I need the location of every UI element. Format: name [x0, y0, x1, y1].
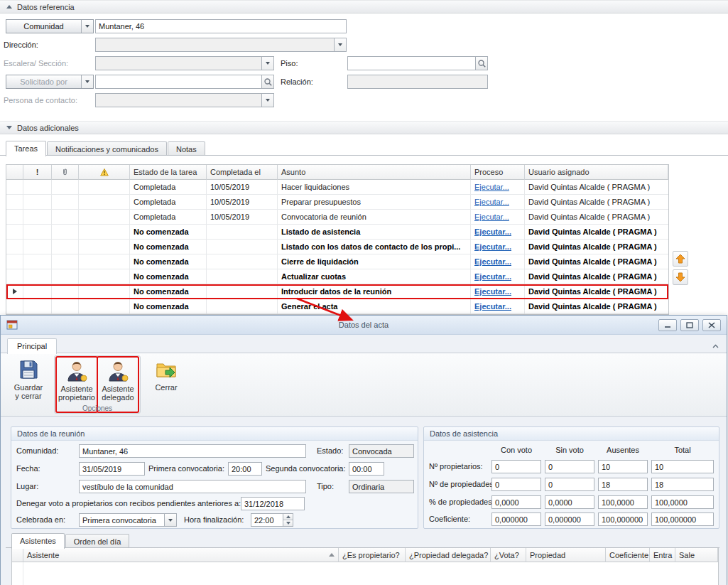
solicitado-por-input[interactable] [95, 75, 274, 89]
entra-column-header[interactable]: Entra [650, 548, 675, 562]
cerrar-button[interactable]: Cerrar [146, 355, 187, 411]
datos-adicionales-panel-header[interactable]: Datos adicionales [0, 121, 728, 134]
task-estado: Completada [130, 210, 207, 225]
chevron-down-icon[interactable] [81, 20, 93, 33]
task-row[interactable]: No comenzada Generar el acta Ejecutar...… [6, 299, 668, 314]
comunidad-selector-button[interactable]: Comunidad [6, 19, 94, 33]
piso-input[interactable] [347, 56, 488, 70]
close-button[interactable] [702, 319, 721, 331]
datos-reunion-groupbox: Datos de la reunión Comunidad: Muntaner,… [11, 426, 418, 529]
paperclip-icon[interactable] [52, 165, 79, 180]
coeficiente-con-voto[interactable]: 0,000000 [491, 512, 541, 526]
sin-voto-header: Sin voto [545, 445, 594, 455]
ejecutar-link[interactable]: Ejecutar... [474, 272, 511, 281]
priority-column-header[interactable]: ! [23, 165, 52, 180]
segunda-convocatoria-input[interactable]: 00:00 [349, 462, 384, 476]
es-propietario-column-header[interactable]: ¿Es propietario? [339, 548, 406, 562]
propiedad-column-header[interactable]: Propiedad [526, 548, 606, 562]
reunion-lugar-input[interactable]: vestíbulo de la comunidad [79, 480, 306, 493]
move-down-button[interactable] [673, 269, 688, 285]
task-row[interactable]: No comenzada Listado con los datos de co… [6, 240, 668, 254]
reunion-tipo-input: Ordinaria [349, 480, 414, 493]
ejecutar-link[interactable]: Ejecutar... [474, 227, 511, 236]
task-row[interactable]: Completada 10/05/2019 Hacer liquidacione… [6, 180, 668, 195]
n-propietarios-sin-voto[interactable]: 0 [545, 460, 594, 473]
n-propietarios-con-voto[interactable]: 0 [491, 460, 541, 473]
datos-referencia-panel-header[interactable]: Datos referencia [0, 0, 728, 14]
task-row[interactable]: No comenzada Cierre de liquidación Ejecu… [6, 254, 668, 269]
primera-convocatoria-input[interactable]: 20:00 [228, 462, 262, 476]
tab-notificaciones[interactable]: Notificaciones y comunicados [47, 141, 167, 156]
pct-propiedades-total[interactable]: 100,0000 [651, 495, 714, 509]
chevron-down-icon [81, 75, 93, 88]
comunidad-input[interactable]: Muntaner, 46 [95, 19, 347, 33]
warning-icon[interactable] [79, 165, 130, 180]
coeficiente-column-header[interactable]: Coeficiente [606, 548, 650, 562]
magnifier-icon[interactable] [475, 57, 487, 70]
ribbon-collapse-chevron-icon[interactable] [712, 342, 719, 350]
pct-propiedades-label: % de propiedades: [429, 495, 494, 509]
tab-asistentes[interactable]: Asistentes [11, 533, 65, 549]
estado-column-header[interactable]: Estado de la tarea [130, 165, 207, 180]
piso-label: Piso: [281, 56, 298, 70]
n-propietarios-label: Nº propietarios: [429, 460, 483, 473]
dialog-titlebar[interactable]: Datos del acta [1, 316, 727, 335]
asistentes-grid-empty-body[interactable] [12, 562, 718, 585]
vota-column-header[interactable]: ¿Vota? [491, 548, 526, 562]
ejecutar-link[interactable]: Ejecutar... [474, 242, 511, 251]
task-row[interactable]: No comenzada Listado de asistencia Ejecu… [6, 225, 668, 240]
sale-column-header[interactable]: Sale [675, 548, 718, 562]
n-propiedades-con-voto[interactable]: 0 [491, 478, 541, 491]
celebrada-en-combo[interactable]: Primera convocatoria [79, 513, 177, 527]
n-propietarios-ausentes[interactable]: 10 [598, 460, 648, 473]
minimize-button[interactable] [658, 319, 677, 331]
task-row[interactable]: No comenzada Actualizar cuotas Ejecutar.… [6, 269, 668, 284]
tab-notas[interactable]: Notas [168, 141, 205, 156]
task-usuario: David Quintas Alcalde ( PRAGMA ) [525, 195, 668, 210]
proceso-column-header[interactable]: Proceso [471, 165, 525, 180]
magnifier-icon[interactable] [261, 75, 273, 88]
reunion-comunidad-input[interactable]: Muntaner, 46 [79, 444, 306, 458]
task-row-selected[interactable]: No comenzada Introducir datos de la reun… [6, 284, 668, 299]
tab-orden-del-dia[interactable]: Orden del día [65, 534, 130, 548]
ejecutar-link[interactable]: Ejecutar... [474, 287, 511, 296]
propiedad-delegada-column-header[interactable]: ¿Propiedad delegada? [406, 548, 491, 562]
asistente-column-header[interactable]: Asistente [23, 548, 339, 562]
asunto-column-header[interactable]: Asunto [278, 165, 471, 180]
completada-column-header[interactable]: Completada el [207, 165, 278, 180]
maximize-button[interactable] [680, 319, 699, 331]
n-propietarios-total[interactable]: 10 [651, 460, 714, 473]
hora-finalizacion-input[interactable]: 22:00 [251, 513, 293, 527]
coeficiente-total[interactable]: 100,000000 [651, 512, 714, 526]
spinner-up-icon[interactable] [283, 514, 293, 520]
time-spinner[interactable] [283, 514, 293, 526]
move-up-button[interactable] [673, 251, 688, 267]
pct-propiedades-con-voto[interactable]: 0,0000 [491, 495, 541, 509]
ejecutar-link[interactable]: Ejecutar... [474, 183, 509, 191]
task-row[interactable]: Completada 10/05/2019 Convocatoria de re… [6, 210, 668, 225]
ejecutar-link[interactable]: Ejecutar... [474, 257, 511, 266]
tab-tareas[interactable]: Tareas [6, 141, 46, 156]
n-propiedades-ausentes[interactable]: 18 [598, 478, 648, 491]
ribbon-tab-principal[interactable]: Principal [7, 338, 57, 354]
usuario-column-header[interactable]: Usuario asignado [525, 165, 668, 180]
ejecutar-link[interactable]: Ejecutar... [474, 213, 509, 221]
n-propiedades-sin-voto[interactable]: 0 [545, 478, 594, 491]
denegar-voto-fecha-input[interactable]: 31/12/2018 [241, 497, 305, 510]
guardar-y-cerrar-button[interactable]: Guardar y cerrar [8, 355, 49, 411]
n-propiedades-total[interactable]: 18 [651, 478, 714, 491]
pct-propiedades-ausentes[interactable]: 100,0000 [598, 495, 648, 509]
chevron-down-icon [261, 94, 273, 107]
chevron-down-icon[interactable] [164, 514, 176, 526]
datos-asistencia-groupbox: Datos de asistencia Con voto Sin voto Au… [423, 426, 719, 529]
coeficiente-ausentes[interactable]: 100,000000 [598, 512, 648, 526]
coeficiente-sin-voto[interactable]: 0,000000 [545, 512, 594, 526]
pct-propiedades-sin-voto[interactable]: 0,0000 [545, 495, 594, 509]
ejecutar-link[interactable]: Ejecutar... [474, 302, 511, 311]
task-row[interactable]: Completada 10/05/2019 Preparar presupues… [6, 195, 668, 210]
task-asunto: Actualizar cuotas [278, 269, 471, 284]
ejecutar-link[interactable]: Ejecutar... [474, 198, 509, 206]
reunion-fecha-input[interactable]: 31/05/2019 [79, 462, 145, 476]
spinner-down-icon[interactable] [283, 520, 293, 526]
ausentes-header: Ausentes [598, 445, 648, 455]
